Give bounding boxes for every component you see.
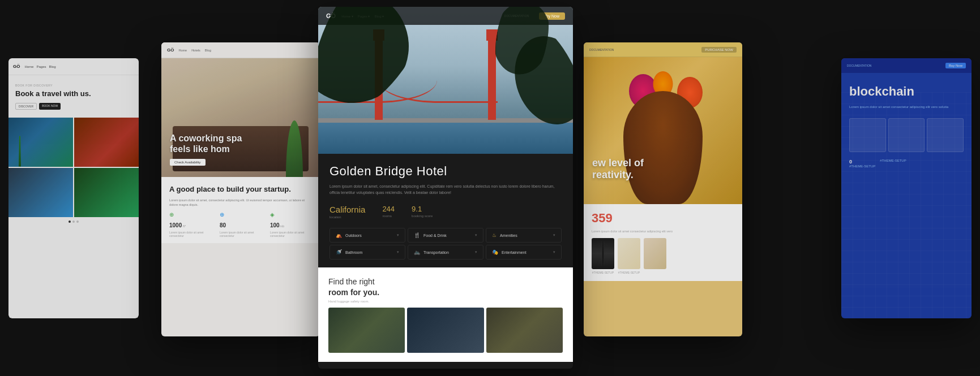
blockchain-stats: 0 #THEME-SETUP #THEME-SETUP — [849, 159, 964, 168]
hotel-rooms-value: 244 — [382, 205, 395, 213]
travel-discover-btn[interactable]: DISCOVER — [15, 103, 37, 110]
card-hotel: GÖ Home ▾ Pages ▾ Blog ▾ DOCUMENTATION T… — [318, 7, 573, 369]
coworking-people-icon: ⊕ — [220, 211, 262, 218]
coworking-speed-unit: mb — [280, 224, 284, 228]
coworking-navbar: GÖ Home Hotels Blog — [161, 42, 320, 58]
amenities-label: Amenities — [500, 234, 517, 237]
travel-nav-home[interactable]: Home — [24, 65, 33, 68]
travel-buttons: DISCOVER BOOK NOW — [15, 103, 132, 110]
coworking-stats: ⊕ 1000 ft² Lorem ipsum dolor sit amet co… — [169, 211, 312, 237]
hotel-try-btn[interactable]: Try Now — [539, 12, 565, 20]
hotel-score-label: booking score — [412, 214, 433, 218]
blockchain-hero: blockchain Lorem ipsum dolor sit amet co… — [841, 73, 972, 179]
hotel-hero-bg — [318, 7, 573, 154]
amenity-amenities[interactable]: ♨Amenities ▾ — [486, 228, 562, 243]
creativity-nav-docs[interactable]: DOCUMENTATION — [589, 48, 614, 51]
hotel-title: Golden Bridge Hotel — [329, 164, 562, 179]
blockchain-buy-btn[interactable]: Buy Now — [945, 63, 966, 68]
main-scene: GÖ Home Pages Blog BOOK FOR DISCOVERY Bo… — [0, 0, 980, 376]
hotel-location-value: California — [329, 205, 365, 214]
amenities-icon: ♨ — [492, 232, 497, 238]
hotel-stat-rooms: 244 rooms — [382, 205, 395, 219]
transport-icon: 🚲 — [414, 249, 420, 255]
amenity-bathroom[interactable]: 🚿Bathroom ▾ — [329, 245, 405, 260]
blockchain-navbar: DOCUMENTATION Buy Now — [841, 58, 972, 73]
hotel-lower-section: Find the rightroom for you. Hand luggage… — [318, 267, 573, 361]
room-img-2 — [407, 308, 483, 353]
blockchain-nav-docs[interactable]: DOCUMENTATION — [847, 64, 871, 67]
person-face — [612, 68, 714, 204]
hotel-stat-location: California location — [329, 205, 365, 219]
blockchain-stat-1-val: 0 — [849, 159, 875, 165]
amenity-food[interactable]: 🍴Food & Drink ▾ — [408, 228, 483, 243]
travel-dot-1[interactable] — [69, 221, 71, 223]
hotel-nav-items: Home ▾ Pages ▾ Blog ▾ — [341, 14, 417, 18]
travel-dot-2[interactable] — [72, 221, 75, 223]
bc-img-1 — [849, 118, 886, 152]
hotel-location-label: location — [329, 215, 365, 219]
bathroom-chevron: ▾ — [397, 250, 399, 254]
creativity-hero-title: ew level ofreativity. — [592, 157, 644, 181]
entertainment-chevron: ▾ — [553, 250, 555, 254]
hotel-nav-docs[interactable]: DOCUMENTATION — [504, 14, 529, 18]
coworking-hero-image: A coworking spafeels like hom Check Avai… — [161, 58, 320, 177]
hotel-info: Golden Bridge Hotel Lorem ipsum dolor si… — [318, 154, 573, 267]
hotel-logo: GÖ — [326, 12, 336, 19]
hotel-amenities: ⛺Outdoors ▾ 🍴Food & Drink ▾ ♨Amenities ▾… — [329, 228, 562, 260]
coworking-speed-value: 100 — [270, 222, 280, 228]
coworking-nav-home[interactable]: Home — [178, 49, 187, 52]
blockchain-desc: Lorem ipsum dolor sit amet consectetur a… — [849, 105, 964, 110]
bridge-cable-right — [379, 58, 498, 103]
creativity-products — [592, 238, 734, 269]
hotel-stat-score: 9.1 booking score — [412, 205, 433, 219]
hotel-nav-blog[interactable]: Blog ▾ — [374, 14, 384, 18]
coworking-stat-area: ⊕ 1000 ft² Lorem ipsum dolor sit amet co… — [169, 211, 211, 237]
hotel-navbar: GÖ Home ▾ Pages ▾ Blog ▾ DOCUMENTATION T… — [318, 7, 573, 25]
travel-nav-pages[interactable]: Pages — [36, 65, 46, 68]
product-pen — [592, 238, 614, 269]
bc-img-3 — [927, 118, 964, 152]
product-book — [618, 238, 640, 269]
travel-title: Book a travel with us. — [15, 89, 132, 98]
entertainment-label: Entertainment — [502, 250, 527, 254]
travel-img-city — [8, 168, 73, 217]
food-label: Food & Drink — [423, 234, 447, 237]
coworking-avail-btn[interactable]: Check Availability — [170, 159, 206, 166]
entertainment-icon: 🎭 — [492, 249, 498, 255]
hotel-nav-home[interactable]: Home ▾ — [341, 14, 353, 18]
creativity-product-labels: #THEME-SETUP #THEME-SETUP — [592, 271, 734, 274]
creativity-purchase-btn[interactable]: PURCHASE NOW — [701, 47, 737, 53]
amenity-transport[interactable]: 🚲Transportation ▾ — [408, 245, 483, 260]
card-creativity: DOCUMENTATION PURCHASE NOW ew level ofre… — [584, 42, 742, 336]
bridge-road — [318, 118, 573, 123]
product-label-1: #THEME-SETUP — [592, 271, 614, 274]
travel-book-btn[interactable]: BOOK NOW — [39, 103, 61, 110]
creativity-price: 359 — [592, 211, 734, 226]
bathroom-label: Bathroom — [345, 250, 362, 254]
coworking-stat-people: ⊕ 80 Lorem ipsum dolor sit amet consecte… — [220, 211, 262, 237]
card-blockchain: DOCUMENTATION Buy Now blockchain Lorem i… — [841, 58, 972, 318]
travel-nav-blog[interactable]: Blog — [49, 65, 55, 68]
coworking-nav-blog[interactable]: Blog — [205, 49, 211, 52]
hotel-nav-pages[interactable]: Pages ▾ — [358, 14, 370, 18]
bathroom-icon: 🚿 — [336, 249, 342, 255]
travel-dot-3[interactable] — [76, 221, 79, 223]
coworking-overlay-text: A coworking spafeels like hom Check Avai… — [170, 133, 242, 166]
coworking-people-desc: Lorem ipsum dolor sit amet consectetur — [220, 231, 262, 237]
outdoors-chevron: ▾ — [397, 233, 399, 237]
transport-label: Transportation — [423, 250, 449, 254]
amenity-outdoors[interactable]: ⛺Outdoors ▾ — [329, 228, 405, 243]
room-img-3 — [486, 308, 563, 353]
hotel-stats: California location 244 rooms 9.1 bookin… — [329, 205, 562, 219]
coworking-nav-hotels[interactable]: Hotels — [191, 49, 200, 52]
travel-image-grid — [8, 115, 139, 217]
amenity-entertainment[interactable]: 🎭Entertainment ▾ — [486, 245, 562, 260]
coworking-speed-icon: ◈ — [270, 211, 312, 218]
food-icon: 🍴 — [414, 232, 420, 238]
coworking-area-value: 1000 — [169, 222, 182, 228]
person-skin — [623, 91, 703, 204]
travel-small-label: BOOK FOR DISCOVERY — [15, 84, 132, 87]
room-img-1 — [328, 308, 405, 353]
travel-img-forest — [74, 168, 139, 217]
creativity-hero: ew level ofreativity. — [584, 57, 742, 204]
